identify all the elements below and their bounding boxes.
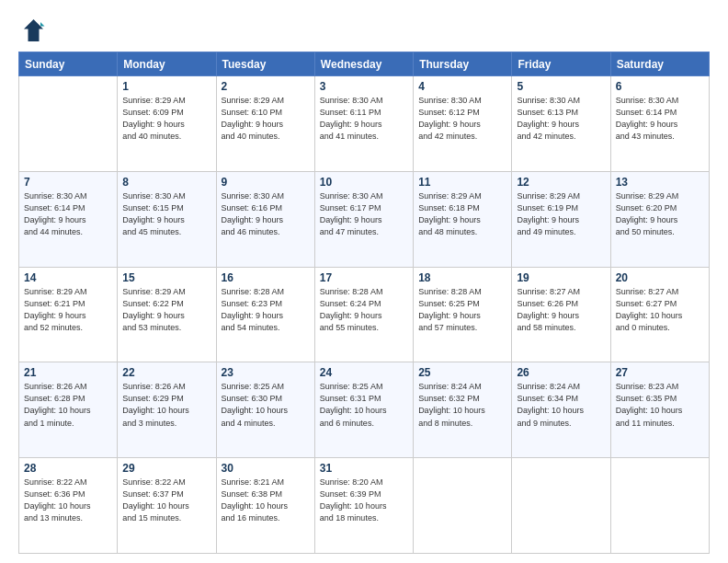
calendar-cell: 22Sunrise: 8:26 AM Sunset: 6:29 PM Dayli… xyxy=(118,362,216,458)
day-info: Sunrise: 8:27 AM Sunset: 6:27 PM Dayligh… xyxy=(616,286,704,334)
calendar-cell: 27Sunrise: 8:23 AM Sunset: 6:35 PM Dayli… xyxy=(610,362,709,458)
day-info: Sunrise: 8:29 AM Sunset: 6:10 PM Dayligh… xyxy=(222,95,310,143)
day-number: 13 xyxy=(616,176,704,189)
day-info: Sunrise: 8:29 AM Sunset: 6:18 PM Dayligh… xyxy=(418,190,506,238)
calendar-cell xyxy=(610,458,709,554)
day-number: 15 xyxy=(122,271,210,284)
calendar-cell: 5Sunrise: 8:30 AM Sunset: 6:13 PM Daylig… xyxy=(512,76,610,172)
day-number: 3 xyxy=(320,80,408,93)
day-number: 20 xyxy=(616,271,704,284)
calendar-cell: 25Sunrise: 8:24 AM Sunset: 6:32 PM Dayli… xyxy=(414,362,512,458)
day-info: Sunrise: 8:20 AM Sunset: 6:39 PM Dayligh… xyxy=(320,477,408,524)
day-number: 8 xyxy=(122,176,210,189)
day-info: Sunrise: 8:30 AM Sunset: 6:14 PM Dayligh… xyxy=(24,190,112,238)
calendar-cell: 23Sunrise: 8:25 AM Sunset: 6:30 PM Dayli… xyxy=(216,362,314,458)
calendar-cell: 7Sunrise: 8:30 AM Sunset: 6:14 PM Daylig… xyxy=(19,171,118,267)
calendar-cell: 8Sunrise: 8:30 AM Sunset: 6:15 PM Daylig… xyxy=(118,171,216,267)
day-info: Sunrise: 8:29 AM Sunset: 6:21 PM Dayligh… xyxy=(24,286,112,334)
day-info: Sunrise: 8:28 AM Sunset: 6:25 PM Dayligh… xyxy=(418,286,506,334)
day-info: Sunrise: 8:21 AM Sunset: 6:38 PM Dayligh… xyxy=(222,477,310,524)
svg-marker-0 xyxy=(24,19,43,41)
calendar-cell: 26Sunrise: 8:24 AM Sunset: 6:34 PM Dayli… xyxy=(512,362,610,458)
day-number: 29 xyxy=(122,462,210,475)
day-number: 17 xyxy=(320,271,408,284)
day-number: 5 xyxy=(517,80,605,93)
day-info: Sunrise: 8:26 AM Sunset: 6:29 PM Dayligh… xyxy=(122,381,210,429)
day-number: 30 xyxy=(222,462,310,475)
day-info: Sunrise: 8:24 AM Sunset: 6:32 PM Dayligh… xyxy=(418,381,506,429)
calendar-cell: 31Sunrise: 8:20 AM Sunset: 6:39 PM Dayli… xyxy=(314,458,413,554)
day-number: 6 xyxy=(616,80,704,93)
day-info: Sunrise: 8:29 AM Sunset: 6:20 PM Dayligh… xyxy=(616,190,704,238)
day-number: 26 xyxy=(517,366,605,379)
calendar-header-friday: Friday xyxy=(512,52,610,76)
calendar-cell: 12Sunrise: 8:29 AM Sunset: 6:19 PM Dayli… xyxy=(512,171,610,267)
day-number: 2 xyxy=(222,80,310,93)
calendar-cell: 28Sunrise: 8:22 AM Sunset: 6:36 PM Dayli… xyxy=(19,458,118,554)
calendar-cell: 21Sunrise: 8:26 AM Sunset: 6:28 PM Dayli… xyxy=(19,362,118,458)
calendar-week-4: 21Sunrise: 8:26 AM Sunset: 6:28 PM Dayli… xyxy=(19,362,710,458)
day-number: 11 xyxy=(418,176,506,189)
day-info: Sunrise: 8:25 AM Sunset: 6:31 PM Dayligh… xyxy=(320,381,408,429)
day-number: 12 xyxy=(517,176,605,189)
day-info: Sunrise: 8:30 AM Sunset: 6:13 PM Dayligh… xyxy=(517,95,605,143)
calendar-cell: 20Sunrise: 8:27 AM Sunset: 6:27 PM Dayli… xyxy=(610,267,709,362)
calendar-cell: 2Sunrise: 8:29 AM Sunset: 6:10 PM Daylig… xyxy=(216,76,314,172)
calendar-header-monday: Monday xyxy=(118,52,216,76)
calendar-header-saturday: Saturday xyxy=(610,52,709,76)
day-info: Sunrise: 8:23 AM Sunset: 6:35 PM Dayligh… xyxy=(616,381,704,429)
day-number: 28 xyxy=(24,462,112,475)
day-number: 4 xyxy=(418,80,506,93)
day-info: Sunrise: 8:30 AM Sunset: 6:12 PM Dayligh… xyxy=(418,95,506,143)
day-number: 14 xyxy=(24,271,112,284)
day-number: 9 xyxy=(222,176,310,189)
calendar-cell: 4Sunrise: 8:30 AM Sunset: 6:12 PM Daylig… xyxy=(414,76,512,172)
calendar-header-row: SundayMondayTuesdayWednesdayThursdayFrid… xyxy=(19,52,710,76)
day-number: 18 xyxy=(418,271,506,284)
calendar-cell: 16Sunrise: 8:28 AM Sunset: 6:23 PM Dayli… xyxy=(216,267,314,362)
day-info: Sunrise: 8:22 AM Sunset: 6:36 PM Dayligh… xyxy=(24,477,112,524)
calendar-cell: 18Sunrise: 8:28 AM Sunset: 6:25 PM Dayli… xyxy=(414,267,512,362)
calendar-cell: 19Sunrise: 8:27 AM Sunset: 6:26 PM Dayli… xyxy=(512,267,610,362)
calendar-week-3: 14Sunrise: 8:29 AM Sunset: 6:21 PM Dayli… xyxy=(19,267,710,362)
calendar-cell: 30Sunrise: 8:21 AM Sunset: 6:38 PM Dayli… xyxy=(216,458,314,554)
calendar-cell: 6Sunrise: 8:30 AM Sunset: 6:14 PM Daylig… xyxy=(610,76,709,172)
calendar-cell: 17Sunrise: 8:28 AM Sunset: 6:24 PM Dayli… xyxy=(314,267,413,362)
day-info: Sunrise: 8:24 AM Sunset: 6:34 PM Dayligh… xyxy=(517,381,605,429)
day-info: Sunrise: 8:27 AM Sunset: 6:26 PM Dayligh… xyxy=(517,286,605,334)
day-number: 22 xyxy=(122,366,210,379)
day-number: 24 xyxy=(320,366,408,379)
calendar-cell: 10Sunrise: 8:30 AM Sunset: 6:17 PM Dayli… xyxy=(314,171,413,267)
day-info: Sunrise: 8:30 AM Sunset: 6:15 PM Dayligh… xyxy=(122,190,210,238)
calendar-week-1: 1Sunrise: 8:29 AM Sunset: 6:09 PM Daylig… xyxy=(19,76,710,172)
logo xyxy=(18,17,50,44)
day-info: Sunrise: 8:28 AM Sunset: 6:24 PM Dayligh… xyxy=(320,286,408,334)
calendar-cell: 9Sunrise: 8:30 AM Sunset: 6:16 PM Daylig… xyxy=(216,171,314,267)
day-number: 19 xyxy=(517,271,605,284)
day-number: 21 xyxy=(24,366,112,379)
calendar-table: SundayMondayTuesdayWednesdayThursdayFrid… xyxy=(18,52,710,554)
calendar-cell: 11Sunrise: 8:29 AM Sunset: 6:18 PM Dayli… xyxy=(414,171,512,267)
calendar-cell: 29Sunrise: 8:22 AM Sunset: 6:37 PM Dayli… xyxy=(118,458,216,554)
day-number: 16 xyxy=(222,271,310,284)
day-number: 23 xyxy=(222,366,310,379)
day-number: 25 xyxy=(418,366,506,379)
logo-icon xyxy=(18,17,46,44)
calendar-cell: 24Sunrise: 8:25 AM Sunset: 6:31 PM Dayli… xyxy=(314,362,413,458)
day-info: Sunrise: 8:30 AM Sunset: 6:17 PM Dayligh… xyxy=(320,190,408,238)
calendar-header-sunday: Sunday xyxy=(19,52,118,76)
day-info: Sunrise: 8:29 AM Sunset: 6:09 PM Dayligh… xyxy=(122,95,210,143)
day-number: 27 xyxy=(616,366,704,379)
calendar-header-wednesday: Wednesday xyxy=(314,52,413,76)
day-info: Sunrise: 8:25 AM Sunset: 6:30 PM Dayligh… xyxy=(222,381,310,429)
calendar-cell xyxy=(414,458,512,554)
calendar-cell: 13Sunrise: 8:29 AM Sunset: 6:20 PM Dayli… xyxy=(610,171,709,267)
page: SundayMondayTuesdayWednesdayThursdayFrid… xyxy=(0,0,728,563)
calendar-header-tuesday: Tuesday xyxy=(216,52,314,76)
calendar-week-2: 7Sunrise: 8:30 AM Sunset: 6:14 PM Daylig… xyxy=(19,171,710,267)
day-number: 10 xyxy=(320,176,408,189)
day-info: Sunrise: 8:30 AM Sunset: 6:11 PM Dayligh… xyxy=(320,95,408,143)
calendar-cell xyxy=(19,76,118,172)
day-number: 31 xyxy=(320,462,408,475)
day-info: Sunrise: 8:22 AM Sunset: 6:37 PM Dayligh… xyxy=(122,477,210,524)
